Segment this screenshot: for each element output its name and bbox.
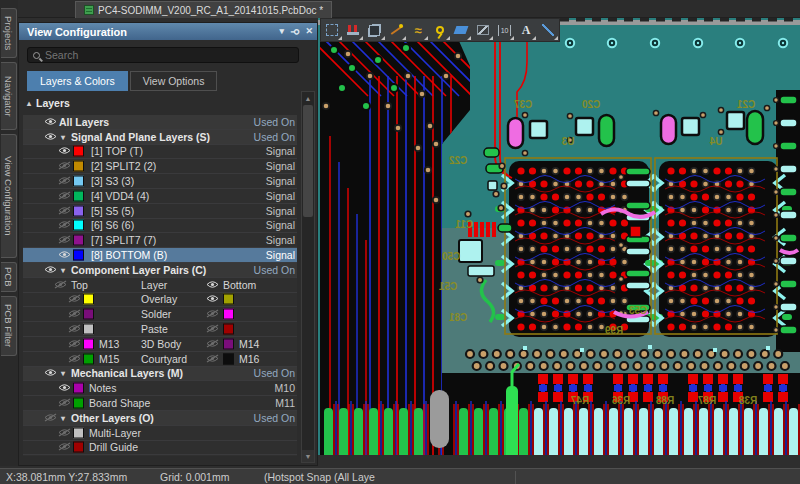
edge-tab-projects[interactable]: Projects (1, 8, 17, 58)
panel-menu-icon[interactable]: ▾ (280, 27, 285, 36)
eye-hidden-icon[interactable] (57, 176, 71, 186)
layer-color-swatch[interactable] (223, 353, 234, 364)
eye-hidden-icon[interactable] (205, 324, 219, 334)
eye-hidden-icon[interactable] (67, 309, 81, 319)
layer-color-swatch[interactable] (73, 176, 84, 187)
layer-color-swatch[interactable] (73, 205, 84, 216)
row-board-shape[interactable]: Board ShapeM11 (23, 396, 297, 411)
eye-hidden-icon[interactable] (57, 398, 71, 408)
expand-icon[interactable]: ▾ (61, 265, 65, 274)
layer-color-swatch[interactable] (83, 309, 94, 320)
eye-visible-icon[interactable] (57, 146, 71, 156)
layer-color-swatch[interactable] (223, 294, 234, 305)
layer-color-swatch[interactable] (73, 220, 84, 231)
panel-close-icon[interactable]: ✕ (305, 27, 313, 36)
row-pair-courtyard[interactable]: M15CourtyardM16 (23, 352, 297, 367)
eye-visible-icon[interactable] (205, 279, 219, 289)
edge-tab-view-configuration[interactable]: View Configuration (1, 134, 17, 258)
tab-view-options[interactable]: View Options (130, 71, 218, 91)
eye-visible-icon[interactable] (57, 383, 71, 393)
row-layer--4-vdd4-4-[interactable]: [4] VDD4 (4)Signal (23, 189, 297, 204)
eye-visible-icon[interactable] (57, 250, 71, 260)
row-layer--6-s6-6-[interactable]: [6] S6 (6)Signal (23, 219, 297, 234)
scroll-down-icon[interactable]: ▼ (302, 450, 314, 462)
interactive-route-icon[interactable] (386, 19, 408, 41)
panel-pin-icon[interactable]: ⚲ (290, 28, 300, 35)
scrollbar-thumb[interactable] (303, 105, 313, 217)
place-via-icon[interactable] (429, 19, 451, 41)
eye-hidden-icon[interactable] (57, 442, 71, 452)
row-layer--2-split2-2-[interactable]: [2] SPLIT2 (2)Signal (23, 159, 297, 174)
row-all-layers[interactable]: All LayersUsed On (23, 115, 297, 130)
row-pair-3d-body[interactable]: M133D BodyM14 (23, 337, 297, 352)
layer-color-swatch[interactable] (73, 442, 84, 453)
layer-color-swatch[interactable] (73, 398, 84, 409)
layer-color-swatch[interactable] (73, 190, 84, 201)
row-multi-layer[interactable]: Multi-Layer (23, 426, 297, 441)
eye-hidden-icon[interactable] (67, 324, 81, 334)
row-pair-header[interactable]: TopLayerBottom (23, 278, 297, 293)
row-notes[interactable]: NotesM10 (23, 381, 297, 396)
place-track-icon[interactable] (537, 19, 559, 41)
row-layer--8-bottom-b-[interactable]: [8] BOTTOM (B)Signal (23, 248, 297, 263)
layer-color-swatch[interactable] (223, 324, 234, 335)
expand-icon[interactable]: ▾ (61, 413, 65, 422)
eye-hidden-icon[interactable] (67, 353, 81, 363)
edge-tab-pcb[interactable]: PCB (1, 262, 17, 292)
scroll-up-icon[interactable]: ▲ (302, 92, 314, 104)
layer-color-swatch[interactable] (83, 338, 94, 349)
layer-color-swatch[interactable] (73, 427, 84, 438)
eye-hidden-icon[interactable] (67, 294, 81, 304)
eye-hidden-icon[interactable] (57, 161, 71, 171)
place-string-icon[interactable]: A (515, 19, 537, 41)
row-layer--5-s5-5-[interactable]: [5] S5 (5)Signal (23, 204, 297, 219)
search-input[interactable] (45, 49, 293, 61)
place-polygon-icon[interactable] (451, 19, 473, 41)
row-layer--1-top-t-[interactable]: [1] TOP (T)Signal (23, 145, 297, 160)
eye-visible-icon[interactable] (43, 131, 57, 141)
length-tuning-icon[interactable]: ≈ (407, 19, 429, 41)
layer-color-swatch[interactable] (83, 294, 94, 305)
edge-tab-pcb-filter[interactable]: PCB Filter (1, 296, 17, 356)
layer-color-swatch[interactable] (73, 250, 84, 261)
row-pair-solder[interactable]: Solder (23, 307, 297, 322)
layer-color-swatch[interactable] (83, 353, 94, 364)
document-tab[interactable]: PC4-SODIMM_V200_RC_A1_20141015.PcbDoc * (75, 1, 332, 18)
layers-section-header[interactable]: ▴ Layers (27, 97, 70, 109)
place-dimension-icon[interactable]: 10 (494, 19, 516, 41)
expand-icon[interactable]: ▾ (61, 132, 65, 141)
place-component-icon[interactable] (343, 19, 365, 41)
row-layer--3-s3-3-[interactable]: [3] S3 (3)Signal (23, 174, 297, 189)
selection-tool-icon[interactable] (321, 19, 343, 41)
row-group-mechanical-layers-m-[interactable]: ▾Mechanical Layers (M)Used On (23, 367, 297, 382)
row-group-signal-and-plane-layers-s-[interactable]: ▾Signal And Plane Layers (S)Used On (23, 130, 297, 145)
tab-layers-and-colors[interactable]: Layers & Colors (27, 71, 128, 91)
eye-visible-icon[interactable] (205, 294, 219, 304)
eye-hidden-icon[interactable] (57, 427, 71, 437)
pcb-canvas[interactable]: C37C20C21U3U4C22C11C50C51C81C53R99R47R36… (318, 18, 800, 455)
eye-hidden-icon[interactable] (57, 235, 71, 245)
eye-visible-icon[interactable] (43, 264, 57, 274)
eye-visible-icon[interactable] (43, 116, 57, 126)
eye-hidden-icon[interactable] (53, 279, 67, 289)
eye-hidden-icon[interactable] (205, 338, 219, 348)
place-ic-icon[interactable] (364, 19, 386, 41)
edge-tab-navigator[interactable]: Navigator (1, 62, 17, 130)
layer-color-swatch[interactable] (83, 324, 94, 335)
row-drill-guide[interactable]: Drill Guide (23, 441, 297, 456)
layer-color-swatch[interactable] (73, 235, 84, 246)
eye-hidden-icon[interactable] (205, 353, 219, 363)
layer-color-swatch[interactable] (73, 146, 84, 157)
row-layer--7-split7-7-[interactable]: [7] SPLIT7 (7)Signal (23, 233, 297, 248)
eye-visible-icon[interactable] (43, 368, 57, 378)
place-line-icon[interactable] (472, 19, 494, 41)
layer-color-swatch[interactable] (223, 338, 234, 349)
row-group-component-layer-pairs-c-[interactable]: ▾Component Layer Pairs (C)Used On (23, 263, 297, 278)
search-box[interactable] (27, 47, 299, 63)
row-group-other-layers-o-[interactable]: ▾Other Layers (O)Used On (23, 411, 297, 426)
row-pair-overlay[interactable]: Overlay (23, 293, 297, 308)
eye-hidden-icon[interactable] (205, 309, 219, 319)
eye-hidden-icon[interactable] (57, 220, 71, 230)
eye-hidden-icon[interactable] (67, 338, 81, 348)
layer-color-swatch[interactable] (223, 309, 234, 320)
